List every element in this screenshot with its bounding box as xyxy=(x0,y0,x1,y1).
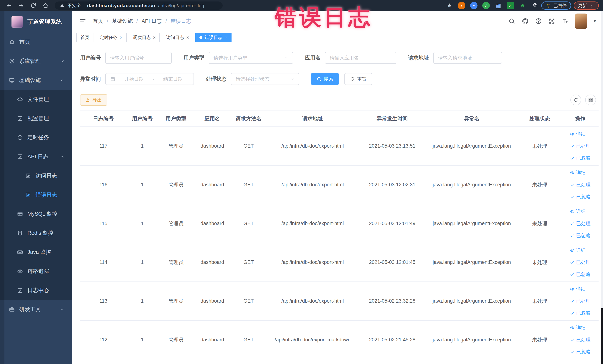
help-icon[interactable] xyxy=(535,18,542,24)
cell-id: 114 xyxy=(80,243,127,282)
sidebar-item-error-log[interactable]: 错误日志 xyxy=(0,185,72,204)
paused-badge[interactable]: ☺ 已暂停 xyxy=(541,1,571,10)
process-status-select[interactable] xyxy=(231,73,299,85)
ext-orange-ring-icon[interactable]: ● xyxy=(458,2,465,9)
sidebar-item-java[interactable]: Java 监控 xyxy=(0,243,72,262)
export-button[interactable]: 导出 xyxy=(80,94,107,106)
hamburger-icon[interactable] xyxy=(79,18,86,25)
action-ignored-link[interactable]: 已忽略 xyxy=(570,310,591,316)
sidebar-item-infra[interactable]: 基础设施 xyxy=(0,71,72,90)
sidebar-item-log-center[interactable]: 日志中心 xyxy=(0,281,72,300)
avatar-caret-icon[interactable]: ▾ xyxy=(594,19,596,24)
browser-menu-icon[interactable] xyxy=(589,3,595,8)
sidebar-item-mysql[interactable]: MySQL 监控 xyxy=(0,204,72,223)
address-bar[interactable]: 不安全 dashboard.yudao.iocoder.cn/infra/log… xyxy=(55,1,223,10)
action-processed-link[interactable]: 已处理 xyxy=(570,143,591,149)
tab-job-log[interactable]: 调度日志× xyxy=(129,33,160,42)
ext-green-check-icon[interactable]: ✓ xyxy=(482,2,490,9)
close-icon[interactable]: × xyxy=(186,35,189,40)
request-url-input[interactable] xyxy=(438,55,497,61)
action-processed-link[interactable]: 已处理 xyxy=(570,182,591,188)
browser-home-icon[interactable] xyxy=(41,1,50,10)
scrollbar-thumb[interactable] xyxy=(601,308,603,364)
browser-forward-icon[interactable] xyxy=(16,1,26,10)
tab-label: 调度日志 xyxy=(133,35,151,40)
update-button[interactable]: 更新 xyxy=(574,1,599,10)
search-icon[interactable] xyxy=(509,18,515,24)
action-processed-link[interactable]: 已处理 xyxy=(570,298,591,304)
search-button[interactable]: 搜索 xyxy=(311,73,339,85)
github-icon[interactable] xyxy=(522,18,529,24)
check-icon xyxy=(570,350,575,354)
sidebar-item-job[interactable]: 定时任务 xyxy=(0,128,72,147)
reset-button[interactable]: 重置 xyxy=(344,73,372,85)
sidebar-item-trace[interactable]: 链路追踪 xyxy=(0,262,72,281)
ext-leaf-icon[interactable]: ♣ xyxy=(519,2,526,9)
tab-job[interactable]: 定时任务× xyxy=(96,33,127,42)
user-id-input[interactable] xyxy=(110,55,167,61)
sidebar-logo-row[interactable]: 芋道管理系统 xyxy=(0,11,72,33)
fullscreen-icon[interactable] xyxy=(548,18,555,24)
date-range-picker[interactable]: - xyxy=(105,73,194,85)
action-label: 详细 xyxy=(576,286,586,292)
chevron-down-icon xyxy=(60,59,65,63)
action-processed-link[interactable]: 已处理 xyxy=(570,259,591,266)
browser-back-icon[interactable] xyxy=(4,1,14,10)
scrollbar-track[interactable] xyxy=(601,11,603,364)
action-detail-link[interactable]: 详细 xyxy=(570,131,586,137)
date-end-input[interactable] xyxy=(157,76,189,82)
check-icon xyxy=(570,182,575,187)
sidebar-item-home[interactable]: 首页 xyxy=(0,33,72,52)
font-size-icon[interactable] xyxy=(562,18,568,24)
action-ignored-link[interactable]: 已忽略 xyxy=(570,349,591,355)
tab-access-log[interactable]: 访问日志× xyxy=(162,33,193,42)
action-detail-link[interactable]: 详细 xyxy=(570,208,586,215)
sidebar-item-api-log[interactable]: API 日志 xyxy=(0,147,72,166)
tab-home[interactable]: 首页 xyxy=(76,33,93,42)
sidebar-item-dev-tools[interactable]: 研发工具 xyxy=(0,300,72,319)
refresh-table-button[interactable] xyxy=(570,94,581,105)
security-warning-icon[interactable] xyxy=(60,3,65,8)
user-type-select-input[interactable] xyxy=(214,55,284,61)
date-start-input[interactable] xyxy=(118,76,150,82)
action-label: 已忽略 xyxy=(576,194,591,200)
sidebar-item-redis[interactable]: Redis 监控 xyxy=(0,223,72,243)
column-header: 日志编号 xyxy=(80,111,127,127)
tab-error-log[interactable]: 错误日志× xyxy=(195,33,232,42)
sidebar-item-access-log[interactable]: 访问日志 xyxy=(0,166,72,185)
calendar-icon xyxy=(110,76,115,82)
breadcrumb-item[interactable]: 首页 xyxy=(93,18,103,25)
action-processed-link[interactable]: 已处理 xyxy=(570,220,591,227)
column-settings-button[interactable] xyxy=(585,94,596,105)
ext-grid-icon[interactable]: ▦ xyxy=(495,2,502,9)
breadcrumb-item[interactable]: API 日志 xyxy=(142,18,162,25)
action-processed-link[interactable]: 已处理 xyxy=(570,337,591,343)
ext-on-badge-icon[interactable]: on xyxy=(507,2,514,9)
sidebar-item-label: 链路追踪 xyxy=(27,268,72,275)
action-detail-link[interactable]: 详细 xyxy=(570,286,586,292)
action-detail-link[interactable]: 详细 xyxy=(570,247,586,254)
close-icon[interactable]: × xyxy=(153,35,156,40)
action-detail-link[interactable]: 详细 xyxy=(570,325,586,331)
sidebar-item-label: 定时任务 xyxy=(27,134,72,141)
action-ignored-link[interactable]: 已忽略 xyxy=(570,155,591,161)
sidebar-item-config[interactable]: 配置管理 xyxy=(0,109,72,128)
sidebar-item-system[interactable]: 系统管理 xyxy=(0,52,72,71)
user-avatar[interactable] xyxy=(575,13,587,29)
user-type-select[interactable] xyxy=(209,52,293,64)
close-icon[interactable]: × xyxy=(120,35,123,40)
action-detail-link[interactable]: 详细 xyxy=(570,169,586,176)
cell-actions: 详细已处理已忽略 xyxy=(562,243,599,282)
bookmark-star-icon[interactable]: ★ xyxy=(446,2,453,9)
ext-puzzle-icon[interactable] xyxy=(531,2,539,9)
ext-shield-icon[interactable]: ▼ xyxy=(470,2,477,9)
close-icon[interactable]: × xyxy=(225,35,227,40)
browser-reload-icon[interactable] xyxy=(29,1,38,10)
action-ignored-link[interactable]: 已忽略 xyxy=(570,271,591,278)
process-status-select-input[interactable] xyxy=(236,76,290,82)
breadcrumb-item[interactable]: 基础设施 xyxy=(112,18,133,25)
app-name-input[interactable] xyxy=(330,55,392,61)
action-ignored-link[interactable]: 已忽略 xyxy=(570,232,591,239)
action-ignored-link[interactable]: 已忽略 xyxy=(570,194,591,200)
sidebar-item-file[interactable]: 文件管理 xyxy=(0,90,72,109)
